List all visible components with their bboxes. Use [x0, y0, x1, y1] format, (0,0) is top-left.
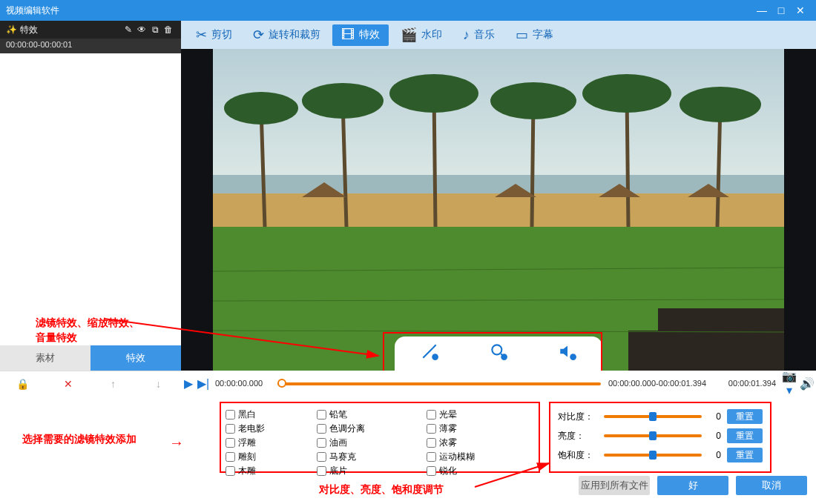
brightness-value: 0	[708, 431, 721, 441]
minimize-button[interactable]: —	[752, 4, 771, 16]
svg-line-7	[532, 101, 533, 227]
fx-zoom-button[interactable]: +	[489, 342, 508, 365]
volume-button[interactable]: 🔊	[798, 377, 816, 391]
filter-checkbox[interactable]	[226, 438, 235, 448]
tool-rotate-crop[interactable]: ⟳旋转和裁剪	[244, 24, 329, 46]
filter-checkbox[interactable]	[226, 410, 235, 420]
fx-volume-button[interactable]: +	[558, 342, 577, 365]
filter-checkbox[interactable]	[317, 452, 326, 462]
svg-point-14	[582, 74, 671, 113]
tool-cut[interactable]: ✂剪切	[187, 24, 241, 46]
step-button[interactable]: ▶|	[196, 377, 211, 391]
subtitle-icon: ▭	[516, 27, 528, 43]
tool-subtitle[interactable]: ▭字幕	[507, 24, 562, 46]
filter-label: 色调分离	[329, 423, 365, 434]
filter-option[interactable]: 黑白	[224, 408, 315, 422]
crop-icon: ⟳	[253, 27, 264, 43]
left-panel-header: ✨ 特效 ✎ 👁 ⧉ 🗑	[0, 21, 181, 39]
filter-checkbox[interactable]	[427, 466, 436, 476]
saturation-reset-button[interactable]: 重置	[727, 448, 763, 462]
filter-option[interactable]: 铅笔	[315, 408, 426, 422]
tool-effects[interactable]: 🎞特效	[332, 24, 389, 46]
filter-checkbox[interactable]	[226, 466, 235, 476]
filter-checkbox[interactable]	[427, 438, 436, 448]
cancel-button[interactable]: 取消	[736, 476, 807, 495]
copy-icon[interactable]: ⧉	[148, 24, 162, 35]
filter-label: 锐化	[439, 465, 457, 476]
tool-watermark[interactable]: 🎬水印	[392, 24, 451, 46]
filter-label: 浮雕	[238, 437, 256, 448]
filter-option[interactable]: 浓雾	[425, 436, 536, 450]
tool-music[interactable]: ♪音乐	[454, 24, 504, 46]
filter-option[interactable]: 木雕	[224, 464, 315, 478]
filter-label: 浓雾	[439, 437, 457, 448]
filter-checkbox[interactable]	[427, 424, 436, 434]
left-panel-body: 滤镜特效、缩放特效、 音量特效	[0, 53, 181, 345]
lock-button[interactable]: 🔒	[0, 378, 45, 390]
filter-checkbox[interactable]	[317, 424, 326, 434]
fx-icon: 🎞	[341, 27, 355, 43]
play-button[interactable]: ▶	[181, 377, 196, 391]
brightness-slider[interactable]	[604, 434, 702, 437]
cut-icon: ✂	[196, 27, 207, 43]
svg-rect-2	[213, 193, 784, 227]
filter-option[interactable]: 雕刻	[224, 450, 315, 464]
move-down-button[interactable]: ↓	[136, 378, 181, 390]
saturation-value: 0	[708, 450, 721, 460]
brightness-reset-button[interactable]: 重置	[727, 428, 763, 443]
contrast-reset-button[interactable]: 重置	[727, 409, 763, 424]
filter-checkbox[interactable]	[317, 410, 326, 420]
filter-checkbox[interactable]	[317, 438, 326, 448]
filter-option[interactable]: 底片	[315, 464, 426, 478]
contrast-slider[interactable]	[604, 415, 702, 418]
saturation-slider[interactable]	[604, 454, 702, 457]
filter-option[interactable]: 色调分离	[315, 422, 426, 436]
svg-line-8	[627, 93, 628, 227]
svg-rect-17	[628, 331, 658, 371]
svg-point-13	[490, 82, 576, 119]
tab-effects[interactable]: 特效	[91, 345, 181, 371]
filter-option[interactable]: 光晕	[425, 408, 536, 422]
filter-checkbox[interactable]	[226, 452, 235, 462]
delete-icon[interactable]: 🗑	[162, 24, 175, 35]
ok-button[interactable]: 好	[657, 476, 728, 495]
close-button[interactable]: ✕	[791, 4, 810, 16]
filter-label: 运动模糊	[439, 451, 475, 462]
fx-filter-button[interactable]: +	[420, 342, 439, 365]
video-preview: + + +	[181, 49, 816, 371]
music-icon: ♪	[463, 27, 470, 43]
annotation-sliders: 对比度、亮度、饱和度调节	[319, 483, 444, 497]
timeline-track[interactable]	[277, 376, 601, 391]
clip-time-range: 00:00:00-00:00:01	[0, 39, 181, 53]
filter-checkbox[interactable]	[317, 466, 326, 476]
snapshot-button[interactable]: 📷▾	[780, 369, 798, 397]
filter-label: 底片	[329, 465, 347, 476]
left-panel-tabs: 素材 特效	[0, 345, 181, 371]
tab-material[interactable]: 素材	[0, 345, 91, 371]
filter-option[interactable]: 薄雾	[425, 422, 536, 436]
svg-rect-16	[658, 308, 784, 371]
filter-option[interactable]: 马赛克	[315, 450, 426, 464]
filter-option[interactable]: 锐化	[425, 464, 536, 478]
maximize-button[interactable]: □	[771, 4, 791, 16]
svg-text:+: +	[502, 354, 506, 361]
filter-checkbox[interactable]	[226, 424, 235, 434]
delete-button[interactable]: ✕	[45, 378, 91, 390]
svg-text:+: +	[433, 354, 437, 361]
apply-all-button[interactable]: 应用到所有文件	[579, 476, 650, 495]
filter-option[interactable]: 油画	[315, 436, 426, 450]
filter-list-box: 黑白铅笔光晕老电影色调分离薄雾浮雕油画浓雾雕刻马赛克运动模糊木雕底片锐化	[220, 402, 540, 473]
left-control-row: 🔒 ✕ ↑ ↓	[0, 371, 181, 396]
filter-option[interactable]: 老电影	[224, 422, 315, 436]
time-current: 00:00:00.000	[211, 379, 277, 388]
eye-icon[interactable]: 👁	[135, 24, 148, 35]
move-up-button[interactable]: ↑	[91, 378, 136, 390]
filter-checkbox[interactable]	[427, 452, 436, 462]
filter-checkbox[interactable]	[427, 410, 436, 420]
window-title: 视频编辑软件	[6, 4, 752, 17]
filter-option[interactable]: 运动模糊	[425, 450, 536, 464]
lower-panel: 选择需要的滤镜特效添加 → 黑白铅笔光晕老电影色调分离薄雾浮雕油画浓雾雕刻马赛克…	[0, 396, 816, 504]
edit-icon[interactable]: ✎	[122, 24, 135, 35]
filter-option[interactable]: 浮雕	[224, 436, 315, 450]
filter-label: 马赛克	[329, 451, 356, 462]
